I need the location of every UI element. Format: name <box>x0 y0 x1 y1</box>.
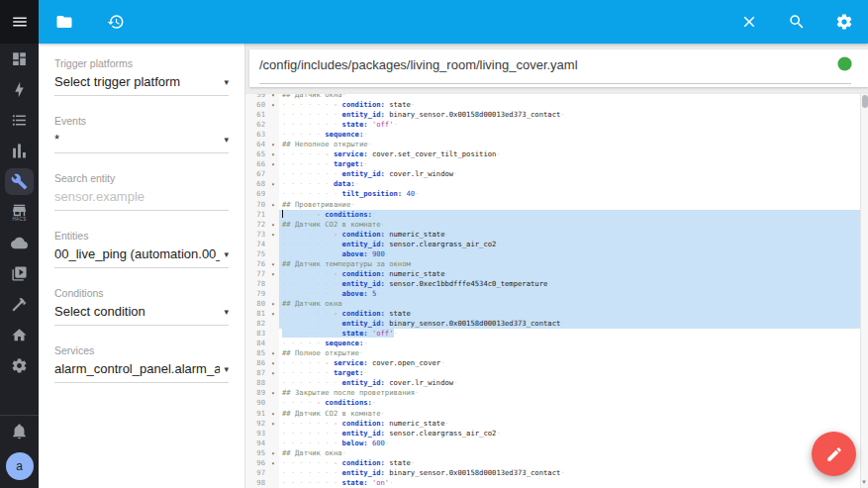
folder-button[interactable] <box>52 10 76 34</box>
scroll-down-arrow-icon[interactable]: ▼ <box>860 478 868 488</box>
code-line[interactable]: 93· · · · · · · entity_id: sensor.clearg… <box>245 429 860 439</box>
sidebar-item-hacs[interactable]: HACS <box>0 197 39 228</box>
code-line[interactable]: 62· · · · · · · state: 'off'· <box>245 120 860 130</box>
sidebar-item-media[interactable] <box>0 258 39 289</box>
code-line[interactable]: 74· · · · · · · entity_id: sensor.clearg… <box>245 240 860 249</box>
code-line[interactable]: 95▾## Датчик окна· <box>245 448 860 458</box>
fold-arrow-icon[interactable]: ▾ <box>267 309 279 319</box>
code-line[interactable]: 64▾## Неполное открытие· <box>245 140 860 149</box>
select-value: 00_live_ping (automation.00_live_pi ... <box>54 246 220 261</box>
code-line[interactable]: 65▾· · · · · - service: cover.set_cover_… <box>245 149 860 159</box>
select-events[interactable]: *▾ <box>54 132 229 153</box>
fold-arrow-icon[interactable]: ▾ <box>267 100 279 110</box>
line-number: 87 <box>245 368 267 378</box>
sidebar-item-tools[interactable] <box>0 289 39 320</box>
code-line[interactable]: 88· · · · · · · entity_id: cover.lr_wind… <box>245 378 860 388</box>
code-line[interactable]: 73▾· · · · · · - condition: numeric_stat… <box>245 230 860 240</box>
select-entities[interactable]: 00_live_ping (automation.00_live_pi ...▾ <box>54 246 229 268</box>
select-services[interactable]: alarm_control_panel.alarm_arm_aw ...▾ <box>54 361 229 383</box>
sidebar-item-logbook[interactable] <box>0 105 39 136</box>
code-line[interactable]: 96▾· · · · · · - condition: state· <box>245 458 860 468</box>
code-line[interactable]: 61· · · · · · · entity_id: binary_sensor… <box>245 110 860 120</box>
fold-arrow-icon[interactable]: ▾ <box>267 348 279 358</box>
fold-arrow-icon[interactable]: ▾ <box>267 368 279 378</box>
code-line[interactable]: 81▾· · · · · · - condition: state· <box>245 309 860 319</box>
code-line[interactable]: 87▾· · · · · · target:· <box>245 368 860 378</box>
code-line[interactable]: 82· · · · · · · entity_id: binary_sensor… <box>245 319 860 329</box>
fold-arrow-icon[interactable]: ▾ <box>267 200 279 210</box>
sidebar-item-settings[interactable] <box>0 350 39 381</box>
history-button[interactable] <box>104 10 128 34</box>
code-line[interactable]: 97· · · · · · · entity_id: binary_sensor… <box>245 468 860 478</box>
fold-arrow-icon[interactable]: ▾ <box>267 230 279 240</box>
fold-arrow-icon[interactable]: ▾ <box>267 358 279 368</box>
code-line[interactable]: 75· · · · · · · above: 900· <box>245 249 860 259</box>
fold-arrow-icon[interactable]: ▾ <box>267 259 279 269</box>
select-trigger-platforms[interactable]: Select trigger platform▾ <box>54 74 229 96</box>
edit-fab-button[interactable] <box>812 432 856 476</box>
token-key: conditions: <box>325 210 372 219</box>
token-dash: - <box>334 309 342 318</box>
fold-arrow-icon[interactable]: ▾ <box>267 269 279 279</box>
code-line[interactable]: 84· · · · · sequence:· <box>245 339 860 348</box>
select-conditions[interactable]: Select condition▾ <box>54 304 229 326</box>
code-line[interactable]: 68▾· · · · · · data:· <box>245 179 860 189</box>
code-line[interactable]: 89▾## Закрытие после проветривания· <box>245 388 860 398</box>
sidebar-item-developer-tools[interactable] <box>0 166 39 197</box>
code-line[interactable]: 70▾## Проветривание· <box>245 200 860 210</box>
code-line[interactable]: 76▾## Датчик температуры за окном· <box>245 259 860 269</box>
fold-arrow-icon[interactable]: ▾ <box>267 299 279 309</box>
code-rows: 59▾## Датчик окна·60▾· · · · · · - condi… <box>245 94 860 488</box>
code-line[interactable]: 60▾· · · · · · - condition: state· <box>245 100 860 110</box>
fold-arrow-icon[interactable]: ▾ <box>267 179 279 189</box>
code-line[interactable]: 79· · · · · · · above: 5· <box>245 289 860 299</box>
code-line[interactable]: 71· · · · - conditions:· <box>245 210 860 220</box>
fold-arrow-icon[interactable]: ▾ <box>267 140 279 149</box>
code-line[interactable]: 66▾· · · · · · target:· <box>245 159 860 169</box>
code-line[interactable]: 69· · · · · · · tilt_position: 40· <box>245 189 860 199</box>
search-button[interactable] <box>785 10 809 34</box>
sidebar-item-dashboard[interactable] <box>0 44 39 74</box>
settings-button[interactable] <box>832 10 856 34</box>
fold-arrow-icon[interactable]: ▾ <box>267 458 279 468</box>
sidebar-item-supervisor[interactable] <box>0 320 39 350</box>
code-line[interactable]: 92▾· · · · · · - condition: numeric_stat… <box>245 419 860 429</box>
token-dash: - <box>334 269 342 278</box>
sidebar-item-history[interactable] <box>0 136 39 166</box>
scrollbar-thumb[interactable] <box>862 95 868 108</box>
fold-arrow-icon[interactable]: ▾ <box>267 409 279 419</box>
code-line[interactable]: 90· · · · - conditions:· <box>245 398 860 408</box>
text-input-search-entity[interactable]: sensor.example <box>54 189 229 211</box>
fold-gutter <box>267 240 279 249</box>
close-button[interactable] <box>737 10 761 34</box>
fold-arrow-icon[interactable]: ▾ <box>267 419 279 429</box>
code-line[interactable]: 77▾· · · · · · - condition: numeric_stat… <box>245 269 860 279</box>
fold-arrow-icon[interactable]: ▾ <box>267 388 279 398</box>
code-line[interactable]: 63· · · · · sequence:· <box>245 130 860 140</box>
user-avatar[interactable]: a <box>6 452 34 480</box>
file-path-input[interactable]: /config/includes/packages/living_room/li… <box>259 49 851 79</box>
dropdown-caret-icon: ▾ <box>224 249 229 259</box>
notifications-button[interactable] <box>0 416 39 446</box>
code-line[interactable]: 85▾## Полное открытие· <box>245 348 860 358</box>
code-line[interactable]: 78· · · · · · · entity_id: sensor.0xec1b… <box>245 279 860 289</box>
sidebar-item-cloud[interactable] <box>0 228 39 258</box>
code-line[interactable]: 83· · · · · · · state: 'off'· <box>245 329 860 339</box>
code-line[interactable]: 86▾· · · · · - service: cover.open_cover… <box>245 358 860 368</box>
fold-arrow-icon[interactable]: ▾ <box>267 448 279 458</box>
sidebar-menu-button[interactable] <box>0 0 39 44</box>
code-line[interactable]: 67· · · · · · · entity_id: cover.lr_wind… <box>245 169 860 179</box>
code-line[interactable]: 94· · · · · · · below: 600· <box>245 439 860 448</box>
trailing-whitespace: · <box>368 140 372 148</box>
fold-arrow-icon[interactable]: ▾ <box>267 220 279 230</box>
fold-arrow-icon[interactable]: ▾ <box>267 149 279 159</box>
sidebar-item-energy[interactable] <box>0 74 39 105</box>
vertical-scrollbar[interactable]: ▼ <box>860 94 868 488</box>
fold-arrow-icon[interactable]: ▾ <box>267 159 279 169</box>
code-line[interactable]: 72▾## Датчик CO2 в комнате· <box>245 220 860 230</box>
code-line[interactable]: 98· · · · · · · state: 'on'· <box>245 478 860 488</box>
code-line[interactable]: 91▾## Датчик CO2 в комнате· <box>245 409 860 419</box>
code-line[interactable]: 80▾## Датчик окна· <box>245 299 860 309</box>
code-line-content: · · · · · - service: cover.open_cover· <box>279 358 860 368</box>
yaml-code-editor[interactable]: 59▾## Датчик окна·60▾· · · · · · - condi… <box>245 94 868 488</box>
